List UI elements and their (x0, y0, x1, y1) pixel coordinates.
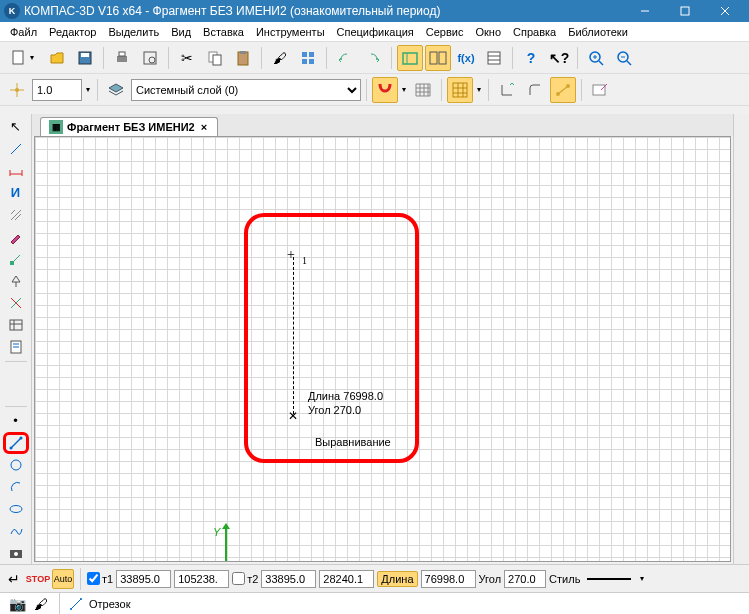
scale-dropdown[interactable]: ▾ (84, 85, 92, 94)
menu-service[interactable]: Сервис (420, 24, 470, 40)
auto-button[interactable]: Auto (52, 569, 74, 589)
redo-button[interactable] (360, 45, 386, 71)
print-button[interactable] (109, 45, 135, 71)
t2-x-input[interactable] (261, 570, 316, 588)
copy-button[interactable] (202, 45, 228, 71)
grid-show-button[interactable] (447, 77, 473, 103)
length-label[interactable]: Длина (377, 571, 417, 587)
menu-file[interactable]: Файл (4, 24, 43, 40)
grid-toggle[interactable] (410, 77, 436, 103)
text-icon[interactable]: И (3, 182, 29, 203)
spec-button[interactable] (481, 45, 507, 71)
menu-editor[interactable]: Редактор (43, 24, 102, 40)
measure-icon[interactable] (3, 271, 29, 292)
layers-button[interactable] (295, 45, 321, 71)
circle-tool-icon[interactable] (3, 455, 29, 476)
brush-icon[interactable]: 🖌 (32, 595, 50, 613)
menu-libraries[interactable]: Библиотеки (562, 24, 634, 40)
table-icon[interactable] (3, 315, 29, 336)
svg-rect-52 (10, 261, 14, 265)
title-bar: K КОМПАС-3D V16 x64 - Фрагмент БЕЗ ИМЕНИ… (0, 0, 749, 22)
style-preview[interactable] (587, 578, 631, 580)
grid-dropdown[interactable]: ▾ (475, 85, 483, 94)
left-tool-panel: ↖ И • (0, 114, 32, 564)
undo-button[interactable] (332, 45, 358, 71)
camera2-icon[interactable]: 📷 (8, 595, 26, 613)
create-object-button[interactable]: ↵ (4, 569, 24, 589)
cut-button[interactable]: ✂ (174, 45, 200, 71)
edit-sketch-button[interactable] (587, 77, 613, 103)
tangent-icon[interactable] (3, 293, 29, 314)
menu-insert[interactable]: Вставка (197, 24, 250, 40)
variables-button[interactable]: f(x) (453, 45, 479, 71)
angle-label[interactable]: Угол (479, 573, 502, 585)
vertical-scrollbar[interactable] (733, 114, 749, 564)
scale-input[interactable] (32, 79, 82, 101)
spline-tool-icon[interactable] (3, 521, 29, 542)
t1-label[interactable]: т1 (87, 572, 113, 585)
hatch-icon[interactable] (3, 204, 29, 225)
svg-line-47 (11, 144, 21, 154)
menu-select[interactable]: Выделить (102, 24, 165, 40)
svg-rect-46 (593, 85, 605, 95)
arc-tool-icon[interactable] (3, 477, 29, 498)
menu-tools[interactable]: Инструменты (250, 24, 331, 40)
menu-window[interactable]: Окно (469, 24, 507, 40)
properties-button[interactable]: 🖌 (267, 45, 293, 71)
ortho-button[interactable] (494, 77, 520, 103)
svg-point-10 (149, 57, 155, 63)
svg-rect-16 (309, 52, 314, 57)
zoom-in-button[interactable] (583, 45, 609, 71)
point-tool-icon[interactable]: • (3, 410, 29, 431)
svg-rect-21 (430, 52, 437, 64)
t2-y-input[interactable] (319, 570, 374, 588)
report-icon[interactable] (3, 337, 29, 358)
local-cs-button[interactable] (550, 77, 576, 103)
camera-icon[interactable] (3, 543, 29, 564)
segment-tool-icon[interactable] (3, 432, 29, 453)
close-button[interactable] (705, 0, 745, 22)
open-button[interactable] (44, 45, 70, 71)
layer-select[interactable]: Системный слой (0) (131, 79, 361, 101)
line-geom-icon[interactable] (3, 138, 29, 159)
paste-button[interactable] (230, 45, 256, 71)
help-button[interactable]: ? (518, 45, 544, 71)
style-dropdown[interactable]: ▾ (638, 574, 646, 583)
t1-x-input[interactable] (116, 570, 171, 588)
t2-label[interactable]: т2 (232, 572, 258, 585)
new-button[interactable]: ▾ (4, 45, 42, 71)
maximize-button[interactable] (665, 0, 705, 22)
property-tab-label[interactable]: Отрезок (89, 598, 130, 610)
save-button[interactable] (72, 45, 98, 71)
minimize-button[interactable] (625, 0, 665, 22)
stop-button[interactable]: STOP (27, 569, 49, 589)
tab-close-button[interactable]: × (199, 121, 209, 133)
length-input[interactable] (421, 570, 476, 588)
view-toolbar: ▾ Системный слой (0) ▾ ▾ (0, 74, 749, 106)
menu-help[interactable]: Справка (507, 24, 562, 40)
drawing-canvas[interactable]: X Y +1 ✕ Длина 76998.0 Угол 270.0 Выравн… (34, 136, 731, 562)
context-help-button[interactable]: ↖? (546, 45, 572, 71)
menu-spec[interactable]: Спецификация (331, 24, 420, 40)
menu-view[interactable]: Вид (165, 24, 197, 40)
layer-icon[interactable] (103, 77, 129, 103)
snap-dropdown[interactable]: ▾ (400, 85, 408, 94)
angle-input[interactable] (504, 570, 546, 588)
cursor-icon[interactable]: ↖ (3, 116, 29, 137)
dimension-icon[interactable] (3, 160, 29, 181)
params-icon[interactable] (3, 249, 29, 270)
round-button[interactable] (522, 77, 548, 103)
snap-button[interactable] (4, 77, 30, 103)
ellipse-tool-icon[interactable] (3, 499, 29, 520)
zoom-out-button[interactable] (611, 45, 637, 71)
snap-toggle[interactable] (372, 77, 398, 103)
svg-rect-14 (240, 51, 246, 54)
t1-y-input[interactable] (174, 570, 229, 588)
edit-icon[interactable] (3, 226, 29, 247)
svg-line-61 (11, 438, 21, 448)
manager-button[interactable] (425, 45, 451, 71)
svg-point-62 (9, 446, 12, 449)
preview-button[interactable] (137, 45, 163, 71)
document-tab[interactable]: ▦ Фрагмент БЕЗ ИМЕНИ2 × (40, 117, 218, 136)
library-button[interactable] (397, 45, 423, 71)
